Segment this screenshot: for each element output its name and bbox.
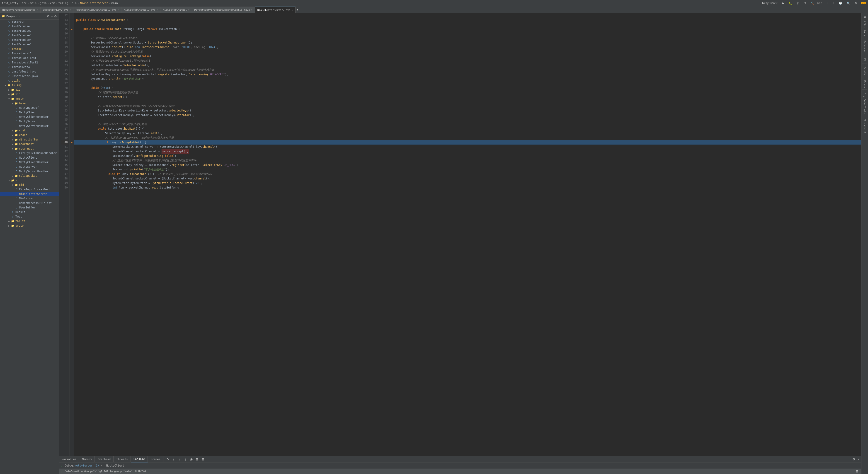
close-icon[interactable]: × — [188, 9, 189, 11]
tab-abstractniobytechannel[interactable]: AbstractNioByteChannel.java × — [73, 7, 122, 13]
code-line-28[interactable]: while (true) { — [74, 86, 861, 90]
run-config-dropdown[interactable]: NettyClient ▾ — [761, 1, 779, 5]
right-panel-gradle[interactable]: Gradle — [862, 65, 867, 77]
tab-selectionkey[interactable]: SelectionKey.java × — [40, 7, 74, 13]
sidebar-item-directbuffer[interactable]: ▶ 📁 directbuffer — [0, 137, 59, 142]
breadcrumb-main-method[interactable]: main — [111, 2, 118, 5]
code-line-31[interactable] — [74, 99, 861, 104]
code-line-44[interactable]: // 这里只注册了读事件，如果需要给客户端发送数据可以注册写事件 — [74, 158, 861, 163]
sidebar-item-nio[interactable]: ▼ 📁 nio — [0, 178, 59, 183]
sidebar-item-testpromise5[interactable]: C TestPromise5 — [0, 42, 59, 47]
close-icon[interactable]: × — [37, 9, 38, 11]
sidebar-item-testxx2[interactable]: C Testxx2 — [0, 47, 59, 51]
settings-button[interactable]: ⚙ — [853, 1, 859, 5]
tab-nioserversocketchannel[interactable]: NioServerSocketChannel × — [0, 7, 40, 13]
sidebar-item-testpromise3[interactable]: C TestPromise3 — [0, 33, 59, 38]
right-panel-database[interactable]: Database — [862, 39, 867, 54]
debug-tab-console[interactable]: Console — [131, 456, 148, 463]
breadcrumb-class[interactable]: NioSelectorServer — [80, 2, 108, 5]
sidebar-item-old[interactable]: ▼ 📁 old — [0, 183, 59, 187]
step-over-btn[interactable]: ↷ — [165, 457, 170, 462]
sidebar-item-utils[interactable]: C Utils — [0, 78, 59, 83]
code-line-17[interactable]: // 创建NIO ServerSocketChannel — [74, 36, 861, 40]
breadcrumb-nio[interactable]: nio — [72, 2, 76, 5]
sidebar-item-heartbeat[interactable]: ▶ 📁 heartbeat — [0, 142, 59, 146]
sidebar-item-unsafetest2[interactable]: C UnsafeTest2.java — [0, 74, 59, 78]
sidebar-item-nioselectorserver[interactable]: C NioSelectorServer — [0, 192, 59, 196]
step-out-btn[interactable]: ↑ — [177, 457, 182, 462]
sidebar-item-tuling[interactable]: ▼ 📁 tuling — [0, 83, 59, 88]
sidebar-item-proto[interactable]: ▶ 📁 proto — [0, 223, 59, 228]
code-line-46[interactable]: System.out.println("客户端连接成功"); — [74, 167, 861, 172]
settings-debug-btn[interactable]: ⚙ — [851, 457, 856, 462]
right-panel-bigdata[interactable]: Big Data Tools — [862, 91, 867, 115]
sidebar-item-threadlocal5[interactable]: C ThreadLocal5 — [0, 51, 59, 56]
breadcrumb-java[interactable]: java — [40, 2, 47, 5]
code-line-27[interactable] — [74, 81, 861, 86]
code-line-16[interactable] — [74, 31, 861, 36]
sidebar-item-randomaccessfiletest[interactable]: C RandomAccessFileTest — [0, 201, 59, 205]
right-panel-maven[interactable]: Maven — [862, 79, 867, 90]
right-panel-notifications[interactable]: Notifications — [862, 15, 867, 37]
code-line-40[interactable]: if (key.isAcceptable()) { — [74, 140, 861, 145]
sidebar-item-lifecycleinboundhandler[interactable]: C LifeCycleInBoundHandler — [0, 151, 59, 155]
sidebar-item-result[interactable]: C Result — [0, 210, 59, 214]
sidebar-item-nettyclienthandler2[interactable]: C NettyClientHandler — [0, 160, 59, 164]
coverage-button[interactable]: ◎ — [795, 1, 800, 5]
close-icon[interactable]: × — [157, 9, 158, 11]
sidebar-item-bio[interactable]: ▶ 📁 bio — [0, 92, 59, 97]
debug-tab-frames[interactable]: Frames — [148, 456, 163, 463]
sidebar-item-unsafetest[interactable]: C UnsafeTest.java — [0, 69, 59, 74]
step-into-btn[interactable]: ↓ — [171, 457, 176, 462]
profile-button[interactable]: ⏱ — [802, 1, 807, 5]
code-line-37[interactable]: while (iterator.hasNext()) { — [74, 126, 861, 131]
close-icon[interactable]: × — [292, 9, 293, 11]
tab-nioselectorserver[interactable]: NioSelectorServer.java × — [255, 7, 296, 13]
right-panel-jql[interactable]: JQL — [862, 56, 867, 63]
sidebar-item-testpromise2[interactable]: C TestPromise2 — [0, 29, 59, 33]
git-push[interactable]: ↑ — [832, 1, 836, 5]
code-line-18[interactable]: ServerSocketChannel serverSocket = Serve… — [74, 40, 861, 45]
code-line-21[interactable]: serverSocket.configureBlocking(false); — [74, 54, 861, 59]
sidebar-item-codec[interactable]: ▶ 📁 codec — [0, 133, 59, 137]
code-line-12[interactable] — [74, 13, 861, 18]
sync-icon[interactable]: ⟳ — [47, 14, 50, 18]
code-container[interactable]: 12 13 14 15 16 17 18 19 20 21 22 23 24 2… — [59, 13, 861, 456]
close-icon[interactable]: × — [118, 9, 119, 11]
settings-icon[interactable]: ⚙ — [54, 14, 57, 18]
code-line-35[interactable] — [74, 117, 861, 122]
sidebar-item-thrift[interactable]: ▶ 📁 thrift — [0, 219, 59, 223]
debug-server-label[interactable]: NettyServer (1) — [74, 464, 99, 467]
sidebar-item-nettyclient2[interactable]: C NettyClient — [0, 155, 59, 160]
code-line-45[interactable]: SelectionKey selKey = socketChannel.regi… — [74, 163, 861, 167]
code-line-32[interactable]: // 获取selector中注册的全部事件的 SelectionKey 实例 — [74, 104, 861, 108]
code-line-22[interactable]: // 打开Selector处理Channel，即创建epoll — [74, 59, 861, 63]
search-button[interactable]: 🔍 — [845, 1, 851, 5]
close-icon[interactable]: × — [251, 9, 252, 11]
tab-niosocketchannel[interactable]: NioSocketChannel.java × — [122, 7, 160, 13]
expand-btn[interactable]: ⊞ — [195, 457, 200, 462]
filter-btn[interactable]: ⊞ — [855, 469, 859, 474]
run-button[interactable]: ▶ — [781, 1, 785, 5]
sidebar-item-nettyserverhandler2[interactable]: C NettyServerHandler — [0, 169, 59, 173]
breadcrumb-src[interactable]: src — [22, 2, 27, 5]
sidebar-item-testpromise4[interactable]: C TestPromise4 — [0, 38, 59, 42]
breadcrumb-main[interactable]: main — [30, 2, 36, 5]
code-line-38[interactable]: SelectionKey key = iterator.next(); — [74, 131, 861, 135]
code-line-25[interactable]: SelectionKey selectionKey = serverSocket… — [74, 72, 861, 76]
code-line-23[interactable]: Selector selector = Selector.open(); — [74, 63, 861, 67]
sidebar-item-test[interactable]: C Test — [0, 214, 59, 219]
breadcrumb-test-netty[interactable]: test_netty — [2, 2, 18, 5]
sidebar-item-splitpacket[interactable]: ▶ 📁 splitpacket — [0, 173, 59, 178]
right-panel-flessibill[interactable]: Flessibill — [862, 117, 867, 135]
sidebar-item-nettyclienthandler[interactable]: C NettyClientHandler — [0, 115, 59, 119]
code-lines[interactable]: public class NioSelectorServer { public … — [74, 13, 861, 456]
debug-button[interactable]: 🐛 — [787, 1, 794, 5]
tab-overflow[interactable]: ▾ — [296, 7, 300, 13]
code-line-50[interactable]: int len = socketChannel.read(byteBuffer)… — [74, 185, 861, 190]
code-line-36[interactable]: // 遍历SelectionKey对事件进行处理 — [74, 122, 861, 126]
code-line-15[interactable]: public static void main(String[] args) t… — [74, 27, 861, 31]
sidebar-item-aio[interactable]: ▶ 📁 aio — [0, 88, 59, 92]
sidebar-item-nettyserver2[interactable]: C NettyServer — [0, 164, 59, 169]
collapse-btn[interactable]: ⊟ — [200, 457, 206, 462]
